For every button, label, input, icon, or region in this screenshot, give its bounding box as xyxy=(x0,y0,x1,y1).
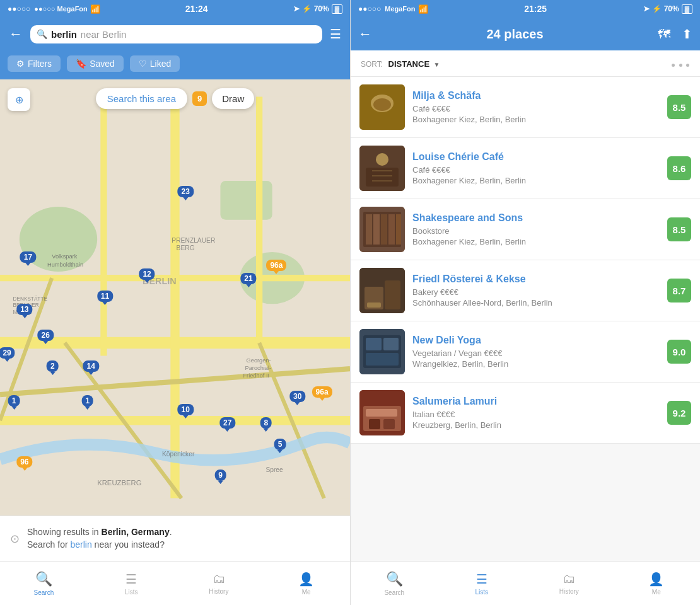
map-pin-13[interactable]: 13 xyxy=(16,304,32,315)
filters-button[interactable]: ⚙ Filters xyxy=(8,55,61,72)
r-lists-nav-label: Lists xyxy=(475,589,488,596)
sort-left: SORT: DISTANCE ▼ xyxy=(361,58,440,69)
r-nav-lists[interactable]: ☰ Lists xyxy=(438,562,526,605)
dot-1 xyxy=(672,64,675,67)
place-item-5[interactable]: New Deli Yoga Vegetarian / Vegan €€€€ Wr… xyxy=(351,321,700,383)
place-item-4[interactable]: Friedl Rösterei & Kekse Bakery €€€€ Schö… xyxy=(351,260,700,321)
place-item-6[interactable]: Salumeria Lamuri Italian €€€€ Kreuzberg,… xyxy=(351,383,700,444)
r-nav-search[interactable]: 🔍 Search xyxy=(351,562,438,605)
map-toggle-icon[interactable]: 🗺 xyxy=(658,27,670,42)
status-bar-left: ●●○○○ ●●○○○ MegaFon 📶 21:24 ➤ ⚡ 70% ▓ xyxy=(0,0,350,18)
svg-rect-52 xyxy=(366,353,399,366)
me-nav-icon: 👤 xyxy=(298,572,314,587)
map-pin-12[interactable]: 12 xyxy=(139,268,155,280)
search-nav-label: Search xyxy=(34,589,54,596)
sort-label: SORT: xyxy=(361,60,383,69)
search-input-wrap[interactable]: 🔍 berlin near Berlin xyxy=(30,25,322,43)
right-header: ← 24 places 🗺 ⬆ xyxy=(351,18,700,50)
right-bottom-nav: 🔍 Search ☰ Lists 🗂 History 👤 Me xyxy=(351,561,700,605)
place-item-1[interactable]: Milja & Schäfa Café €€€€ Boxhagener Kiez… xyxy=(351,77,700,138)
location-button[interactable]: ⊕ xyxy=(8,88,30,111)
place-type-5: Vegetarian / Vegan €€€€ xyxy=(412,349,660,358)
map-area[interactable]: BERLIN PRENZLAUER BERG Georgen- Parochia… xyxy=(0,79,350,516)
place-type-6: Italian €€€€ xyxy=(412,410,660,419)
map-pin-21[interactable]: 21 xyxy=(240,273,256,284)
map-pin-1a[interactable]: 1 xyxy=(8,395,20,406)
place-name-3: Shakespeare and Sons xyxy=(412,212,660,224)
liked-button[interactable]: ♡ Liked xyxy=(130,55,180,72)
map-pin-11[interactable]: 11 xyxy=(97,291,113,302)
info-text-3: Search for xyxy=(27,539,70,550)
share-icon[interactable]: ⬆ xyxy=(682,26,692,42)
right-back-button[interactable]: ← xyxy=(358,26,372,42)
place-name-1: Milja & Schäfa xyxy=(412,90,660,101)
info-text: Showing results in Berlin, Germany. Sear… xyxy=(27,526,172,551)
map-pin-5[interactable]: 5 xyxy=(274,439,286,450)
place-thumb-3 xyxy=(359,207,405,252)
r-nav-me[interactable]: 👤 Me xyxy=(613,562,701,605)
place-list: Milja & Schäfa Café €€€€ Boxhagener Kiez… xyxy=(351,77,700,561)
r-time: 21:25 xyxy=(524,4,547,14)
svg-rect-47 xyxy=(367,302,381,308)
r-status-right: ➤ ⚡ 70% ▓ xyxy=(643,4,692,14)
map-pin-9[interactable]: 9 xyxy=(214,470,226,481)
place-type-4: Bakery €€€€ xyxy=(412,287,660,297)
location-arrow-icon: ⊕ xyxy=(15,94,23,106)
map-pin-26[interactable]: 26 xyxy=(37,330,53,341)
filter-bar: ⚙ Filters 🔖 Saved ♡ Liked xyxy=(0,50,350,79)
wifi-icon: 📶 xyxy=(90,4,100,14)
svg-text:Spree: Spree xyxy=(265,467,283,474)
map-pin-27[interactable]: 27 xyxy=(219,417,235,429)
place-info-3: Shakespeare and Sons Bookstore Boxhagene… xyxy=(412,207,660,252)
place-info-1: Milja & Schäfa Café €€€€ Boxhagener Kiez… xyxy=(412,84,660,130)
place-score-3: 8.5 xyxy=(667,217,691,241)
svg-rect-41 xyxy=(381,214,387,245)
svg-text:BERG: BERG xyxy=(177,245,195,251)
map-pin-2[interactable]: 2 xyxy=(47,360,59,372)
map-pin-29[interactable]: 29 xyxy=(0,347,15,359)
menu-icon[interactable]: ☰ xyxy=(327,24,344,44)
map-pin-8[interactable]: 8 xyxy=(260,417,272,429)
svg-text:Parochial-: Parochial- xyxy=(245,365,272,371)
nav-lists[interactable]: ☰ Lists xyxy=(88,562,175,605)
left-panel: ●●○○○ ●●○○○ MegaFon 📶 21:24 ➤ ⚡ 70% ▓ ← … xyxy=(0,0,350,605)
map-pin-14[interactable]: 14 xyxy=(83,360,99,372)
back-button[interactable]: ← xyxy=(6,23,25,45)
search-this-area-button[interactable]: Search this area xyxy=(96,88,187,109)
map-pin-1b[interactable]: 1 xyxy=(81,395,93,406)
info-link[interactable]: berlin xyxy=(70,539,91,550)
place-thumb-1 xyxy=(359,84,405,130)
place-location-6: Kreuzberg, Berlin, Berlin xyxy=(412,420,660,430)
place-type-1: Café €€€€ xyxy=(412,104,660,113)
draw-button[interactable]: Draw xyxy=(212,88,254,109)
place-type-3: Bookstore xyxy=(412,226,660,236)
right-panel: ●●○○○ MegaFon 📶 21:25 ➤ ⚡ 70% ▓ ← 24 pla… xyxy=(350,0,700,605)
place-item-3[interactable]: Shakespeare and Sons Bookstore Boxhagene… xyxy=(351,199,700,260)
search-bar: ← 🔍 berlin near Berlin ☰ xyxy=(0,18,350,50)
sort-bar: SORT: DISTANCE ▼ xyxy=(351,50,700,77)
nav-history[interactable]: 🗂 History xyxy=(175,562,263,605)
info-text-1: Showing results in xyxy=(27,527,102,537)
place-item-2[interactable]: Louise Chérie Café Café €€€€ Boxhagener … xyxy=(351,138,700,199)
place-location-1: Boxhagener Kiez, Berlin, Berlin xyxy=(412,115,660,124)
dot-3 xyxy=(686,64,689,67)
place-name-5: New Deli Yoga xyxy=(412,335,660,346)
right-title: 24 places xyxy=(378,27,651,42)
search-nav-icon: 🔍 xyxy=(35,571,52,587)
svg-rect-57 xyxy=(383,419,395,429)
r-nav-history[interactable]: 🗂 History xyxy=(525,562,613,605)
map-pin-23[interactable]: 23 xyxy=(177,186,193,197)
map-pin-96[interactable]: 96 xyxy=(16,456,32,468)
nav-me[interactable]: 👤 Me xyxy=(262,562,350,605)
map-pin-17[interactable]: 17 xyxy=(20,251,36,263)
nav-search[interactable]: 🔍 Search xyxy=(0,562,88,605)
map-pin-30[interactable]: 30 xyxy=(289,391,305,402)
map-pin-10[interactable]: 10 xyxy=(177,404,193,415)
place-score-5: 9.0 xyxy=(667,340,691,364)
map-overlay-controls: Search this area 9 Draw xyxy=(0,88,350,109)
map-pin-96a-1[interactable]: 96a xyxy=(266,260,286,271)
saved-button[interactable]: 🔖 Saved xyxy=(67,55,124,72)
sort-arrow-icon[interactable]: ▼ xyxy=(434,61,440,68)
map-pin-96a-2[interactable]: 96a xyxy=(312,386,332,398)
svg-text:Humboldthain: Humboldthain xyxy=(47,262,83,268)
